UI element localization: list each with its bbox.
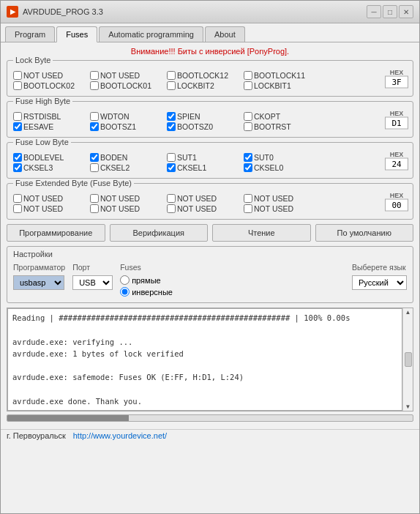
cb-cksel1-label: CKSEL1 <box>177 163 206 172</box>
cb-ext-nu-5-label: NOT USED <box>23 204 63 213</box>
lock-byte-hex-label: HEX <box>390 69 404 76</box>
cb-ext-nu-4-input[interactable] <box>244 194 252 203</box>
cb-cksel3-input[interactable] <box>13 163 22 172</box>
scroll-down-arrow[interactable]: ▼ <box>405 403 411 410</box>
fuse-ext-hex-input[interactable] <box>385 199 408 212</box>
cb-not-used-2-input[interactable] <box>90 71 99 80</box>
read-button[interactable]: Чтение <box>212 224 311 242</box>
cb-bodlevel-input[interactable] <box>13 153 22 162</box>
cb-ext-nu-7-label: NOT USED <box>177 204 217 213</box>
cb-bootsz1-input[interactable] <box>90 122 99 131</box>
cb-ext-nu-7: NOT USED <box>167 204 244 213</box>
fuse-low-row-2: CKSEL3 CKSEL2 CKSEL1 CKSEL0 <box>13 163 376 172</box>
cb-bootsz1-label: BOOTSZ1 <box>100 122 136 131</box>
cb-cksel0-label: CKSEL0 <box>254 163 283 172</box>
cb-spien-label: SPIEN <box>177 112 200 121</box>
cb-wdton-input[interactable] <box>90 112 99 121</box>
close-button[interactable]: ✕ <box>399 5 413 18</box>
tab-about[interactable]: About <box>205 26 245 42</box>
progress-bar-fill <box>7 415 129 421</box>
cb-rstdisbl-input[interactable] <box>13 112 22 121</box>
cb-ext-nu-2-label: NOT USED <box>100 194 140 203</box>
cb-ext-nu-4: NOT USED <box>244 194 320 203</box>
cb-bootsz0: BOOTSZ0 <box>167 122 244 131</box>
cb-ext-nu-3-input[interactable] <box>167 194 176 203</box>
status-city: г. Первоуральск <box>7 431 66 440</box>
cb-bootlock01-input[interactable] <box>90 81 99 90</box>
log-scrollbar[interactable]: ▲ ▼ <box>402 308 413 411</box>
cb-ext-nu-2-input[interactable] <box>90 194 99 203</box>
language-select[interactable]: Русский English <box>352 275 407 290</box>
cb-sut0: SUT0 <box>244 153 320 162</box>
cb-bootlock02: BOOTLOCK02 <box>13 81 90 90</box>
cb-bootlock11: BOOTLOCK11 <box>244 71 320 80</box>
cb-ckopt-input[interactable] <box>244 112 252 121</box>
log-wrapper: Reading | ##############################… <box>7 308 413 411</box>
minimize-button[interactable]: ─ <box>367 5 381 18</box>
log-content: Reading | ##############################… <box>7 308 402 411</box>
fuse-ext-hex-label: HEX <box>390 192 404 199</box>
cb-bootlock12-input[interactable] <box>167 71 176 80</box>
cb-cksel1-input[interactable] <box>167 163 176 172</box>
log-line-3: avrdude.exe: verifying ... <box>12 336 397 348</box>
fuse-ext-row-2: NOT USED NOT USED NOT USED NOT USED <box>13 204 376 213</box>
fuses-inverse-label: инверсные <box>132 288 173 297</box>
settings-title: Настройки <box>13 250 407 258</box>
cb-not-used-1-input[interactable] <box>13 71 22 80</box>
cb-bootlock11-input[interactable] <box>244 71 252 80</box>
cb-cksel2-input[interactable] <box>90 163 99 172</box>
fuse-low-hex-input[interactable] <box>385 158 408 171</box>
cb-lockbit1-input[interactable] <box>244 81 252 90</box>
tab-auto[interactable]: Automatic programming <box>99 26 203 42</box>
scroll-up-arrow[interactable]: ▲ <box>405 309 411 316</box>
cb-eesave-input[interactable] <box>13 122 22 131</box>
cb-bootrst-input[interactable] <box>244 122 252 131</box>
fuses-inverse-radio[interactable] <box>120 287 130 297</box>
fuses-direct-radio[interactable] <box>120 275 130 285</box>
cb-boden-input[interactable] <box>90 153 99 162</box>
cb-bootlock02-input[interactable] <box>13 81 22 90</box>
cb-lockbit2-label: LOCKBIT2 <box>177 81 214 90</box>
cb-ext-nu-6-input[interactable] <box>90 204 99 213</box>
cb-rstdisbl-label: RSTDISBL <box>23 112 61 121</box>
cb-ext-nu-5-input[interactable] <box>13 204 22 213</box>
cb-bootlock02-label: BOOTLOCK02 <box>23 81 75 90</box>
cb-bootrst-label: BOOTRST <box>254 122 291 131</box>
log-line-4: avrdude.exe: 1 bytes of lock verified <box>12 348 397 360</box>
cb-spien-input[interactable] <box>167 112 176 121</box>
cb-wdton-label: WDTON <box>100 112 129 121</box>
cb-sut0-input[interactable] <box>244 153 252 162</box>
cb-sut1-input[interactable] <box>167 153 176 162</box>
program-button[interactable]: Программирование <box>7 224 105 242</box>
cb-not-used-2: NOT USED <box>90 71 167 80</box>
cb-bootlock01: BOOTLOCK01 <box>90 81 167 90</box>
title-bar-left: ▶ AVRDUDE_PROG 3.3 <box>7 6 103 18</box>
cb-ext-nu-1-input[interactable] <box>13 194 22 203</box>
cb-bootsz0-input[interactable] <box>167 122 176 131</box>
cb-bodlevel-label: BODLEVEL <box>23 153 64 162</box>
cb-lockbit2-input[interactable] <box>167 81 176 90</box>
fuse-high-hex-input[interactable] <box>385 117 408 130</box>
cb-cksel0-input[interactable] <box>244 163 252 172</box>
log-line-7 <box>12 384 397 395</box>
default-button[interactable]: По умолчанию <box>315 224 414 242</box>
tab-fuses[interactable]: Fuses <box>56 26 97 42</box>
tab-program[interactable]: Program <box>5 26 55 42</box>
port-select[interactable]: USB COM1 <box>72 275 113 290</box>
maximize-button[interactable]: □ <box>383 5 397 18</box>
cb-ext-nu-3: NOT USED <box>167 194 244 203</box>
scroll-thumb[interactable] <box>405 352 412 367</box>
lock-byte-hex: HEX <box>385 69 408 89</box>
cb-bootlock12: BOOTLOCK12 <box>167 71 244 80</box>
cb-cksel1: CKSEL1 <box>167 163 244 172</box>
cb-ext-nu-7-input[interactable] <box>167 204 176 213</box>
lock-byte-hex-input[interactable] <box>385 76 408 89</box>
verify-button[interactable]: Верификация <box>110 224 209 242</box>
cb-lockbit1-label: LOCKBIT1 <box>254 81 291 90</box>
programmer-select[interactable]: usbasp avrisp stk500 <box>13 275 64 290</box>
status-url[interactable]: http://www.yourdevice.net/ <box>73 431 167 440</box>
cb-boden-label: BODEN <box>100 153 127 162</box>
cb-ckopt: CKOPT <box>244 112 320 121</box>
cb-ext-nu-8-input[interactable] <box>244 204 252 213</box>
tab-content: Внимание!!! Биты с инверсией [PonyProg].… <box>1 42 419 429</box>
